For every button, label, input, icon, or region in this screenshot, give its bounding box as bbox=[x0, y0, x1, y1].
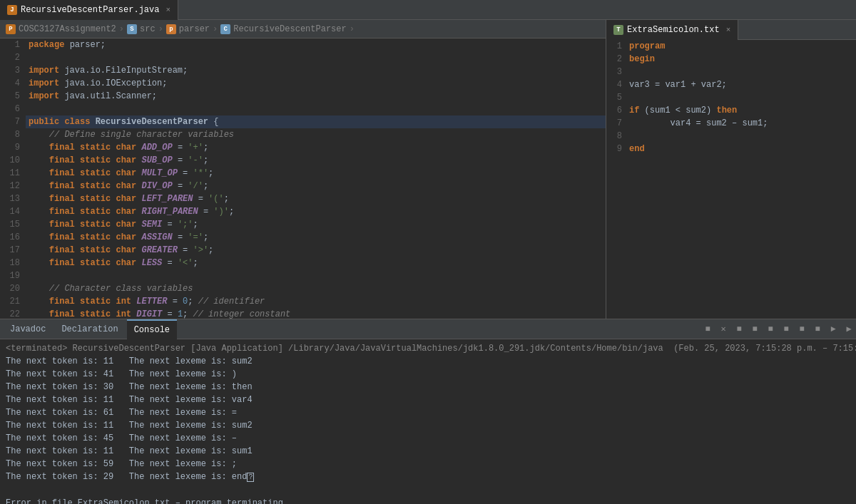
breadcrumb-sep-4: › bbox=[350, 24, 355, 34]
right-line-6: 6 if (sum1 < sum2) then bbox=[606, 104, 856, 117]
code-line-22: 22 final static int DIGIT = 1; // intege… bbox=[0, 308, 606, 319]
breadcrumb-sep-1: › bbox=[119, 24, 124, 34]
right-line-5: 5 bbox=[606, 91, 856, 104]
tab-console[interactable]: Console bbox=[127, 319, 177, 339]
tab-label-extrasemicolon: ExtraSemicolon.txt bbox=[627, 25, 720, 35]
console-output-line-2: The next token is: 41 The next lexeme is… bbox=[6, 368, 850, 381]
code-line-7: 7 public class RecursiveDescentParser { bbox=[0, 115, 606, 128]
code-line-4: 4 import java.io.IOException; bbox=[0, 77, 606, 90]
right-tab-bar: T ExtraSemicolon.txt × bbox=[606, 20, 856, 40]
breadcrumb-src[interactable]: S src bbox=[127, 24, 156, 34]
right-panel: T ExtraSemicolon.txt × 1 program 2 begin… bbox=[606, 20, 856, 319]
code-line-3: 3 import java.io.FileInputStream; bbox=[0, 64, 606, 77]
right-line-8: 8 bbox=[606, 130, 856, 143]
tab-extrasemicolon[interactable]: T ExtraSemicolon.txt × bbox=[606, 20, 738, 40]
code-line-12: 12 final static char DIV_OP = '/'; bbox=[0, 180, 606, 192]
code-line-19: 19 bbox=[0, 269, 606, 282]
tab-recursive-parser[interactable]: J RecursiveDescentParser.java × bbox=[0, 0, 178, 20]
code-line-5: 5 import java.util.Scanner; bbox=[0, 90, 606, 103]
console-terminated-line: <terminated> RecursiveDescentParser [Jav… bbox=[6, 342, 850, 355]
breadcrumb-class[interactable]: C RecursiveDescentParser bbox=[220, 24, 346, 34]
code-line-20: 20 // Character class variables bbox=[0, 282, 606, 295]
breadcrumb-pkg-label: parser bbox=[179, 24, 210, 34]
console-output-line-10: The next token is: 29 The next lexeme is… bbox=[6, 470, 850, 484]
src-icon: S bbox=[127, 24, 137, 34]
breadcrumb-class-label: RecursiveDescentParser bbox=[233, 24, 346, 34]
code-line-8: 8 // Define single character variables bbox=[0, 128, 606, 141]
console-output-line-6: The next token is: 11 The next lexeme is… bbox=[6, 419, 850, 432]
console-btn-4[interactable]: ■ bbox=[748, 322, 762, 336]
editor-panel: P COSC3127Assignment2 › S src › p parser… bbox=[0, 20, 606, 319]
code-line-16: 16 final static char ASSIGN = '='; bbox=[0, 231, 606, 244]
console-btn-3[interactable]: ■ bbox=[732, 322, 746, 336]
console-btn-7[interactable]: ■ bbox=[795, 322, 809, 336]
right-editor[interactable]: 1 program 2 begin 3 4 var3 = var1 + var2… bbox=[606, 40, 856, 319]
breadcrumb-pkg[interactable]: p parser bbox=[166, 24, 210, 34]
console-output-line-7: The next token is: 45 The next lexeme is… bbox=[6, 432, 850, 445]
code-line-15: 15 final static char SEMI = ';'; bbox=[0, 218, 606, 231]
breadcrumb-project[interactable]: P COSC3127Assignment2 bbox=[6, 24, 116, 34]
code-line-11: 11 final static char MULT_OP = '*'; bbox=[0, 167, 606, 180]
console-btn-10[interactable]: ▶ bbox=[842, 322, 856, 336]
right-line-9: 9 end bbox=[606, 143, 856, 155]
breadcrumb-project-label: COSC3127Assignment2 bbox=[19, 24, 116, 34]
tab-close-extrasemicolon[interactable]: × bbox=[726, 26, 731, 34]
declaration-tab-label: Declaration bbox=[61, 324, 118, 334]
breadcrumb-src-label: src bbox=[140, 24, 156, 34]
console-clear-button[interactable]: ✕ bbox=[716, 322, 730, 336]
right-line-1: 1 program bbox=[606, 40, 856, 53]
console-btn-6[interactable]: ■ bbox=[779, 322, 793, 336]
console-output-line-3: The next token is: 30 The next lexeme is… bbox=[6, 381, 850, 394]
console-btn-8[interactable]: ■ bbox=[810, 322, 825, 336]
console-blank-line bbox=[6, 484, 850, 497]
code-line-13: 13 final static char LEFT_PAREN = '('; bbox=[0, 192, 606, 205]
right-line-4: 4 var3 = var1 + var2; bbox=[606, 78, 856, 91]
breadcrumb-sep-3: › bbox=[213, 24, 218, 34]
right-line-7: 7 var4 = sum2 – sum1; bbox=[606, 117, 856, 130]
code-line-14: 14 final static char RIGHT_PAREN = ')'; bbox=[0, 205, 606, 218]
console-btn-9[interactable]: ► bbox=[826, 322, 840, 336]
console-output-line-9: The next token is: 59 The next lexeme is… bbox=[6, 458, 850, 470]
breadcrumb-sep-2: › bbox=[158, 24, 163, 34]
console-output-line-1: The next token is: 11 The next lexeme is… bbox=[6, 355, 850, 368]
console-stop-button[interactable]: ■ bbox=[700, 322, 715, 336]
pkg-icon: p bbox=[166, 24, 176, 34]
tab-declaration[interactable]: Declaration bbox=[54, 319, 125, 339]
bottom-tab-bar: Javadoc Declaration Console ■ ✕ ■ ■ ■ ■ … bbox=[0, 319, 856, 339]
tab-close-parser[interactable]: × bbox=[165, 6, 170, 14]
console-output-line-8: The next token is: 11 The next lexeme is… bbox=[6, 445, 850, 458]
top-tab-bar: J RecursiveDescentParser.java × bbox=[0, 0, 856, 20]
main-content-area: P COSC3127Assignment2 › S src › p parser… bbox=[0, 20, 856, 319]
class-icon: C bbox=[220, 24, 230, 34]
console-btn-5[interactable]: ■ bbox=[763, 322, 778, 336]
code-line-18: 18 final static char LESS = '<'; bbox=[0, 257, 606, 269]
code-line-21: 21 final static int LETTER = 0; // ident… bbox=[0, 295, 606, 308]
console-output-line-5: The next token is: 61 The next lexeme is… bbox=[6, 406, 850, 419]
code-line-9: 9 final static char ADD_OP = '+'; bbox=[0, 141, 606, 154]
tab-javadoc[interactable]: Javadoc bbox=[3, 319, 53, 339]
console-output-line-4: The next token is: 11 The next lexeme is… bbox=[6, 394, 850, 406]
code-line-2: 2 bbox=[0, 51, 606, 64]
breadcrumb: P COSC3127Assignment2 › S src › p parser… bbox=[0, 20, 606, 38]
bottom-panel: Javadoc Declaration Console ■ ✕ ■ ■ ■ ■ … bbox=[0, 319, 856, 504]
console-tab-label: Console bbox=[134, 325, 170, 335]
code-line-10: 10 final static char SUB_OP = '-'; bbox=[0, 154, 606, 167]
code-line-1: 1 package parser; bbox=[0, 38, 606, 51]
console-error-line-1: Error in file ExtraSemicolon.txt – progr… bbox=[6, 497, 850, 504]
console-output[interactable]: <terminated> RecursiveDescentParser [Jav… bbox=[0, 339, 856, 504]
tab-label-parser: RecursiveDescentParser.java bbox=[21, 5, 159, 15]
javadoc-tab-label: Javadoc bbox=[10, 324, 46, 334]
code-editor[interactable]: 1 package parser; 2 3 import java.io.Fil… bbox=[0, 38, 606, 319]
code-line-6: 6 bbox=[0, 103, 606, 115]
java-file-icon: J bbox=[7, 5, 17, 15]
txt-file-icon: T bbox=[613, 25, 623, 35]
code-line-17: 17 final static char GREATER = '>'; bbox=[0, 244, 606, 257]
project-icon: P bbox=[6, 24, 16, 34]
right-line-2: 2 begin bbox=[606, 53, 856, 66]
right-line-3: 3 bbox=[606, 66, 856, 78]
